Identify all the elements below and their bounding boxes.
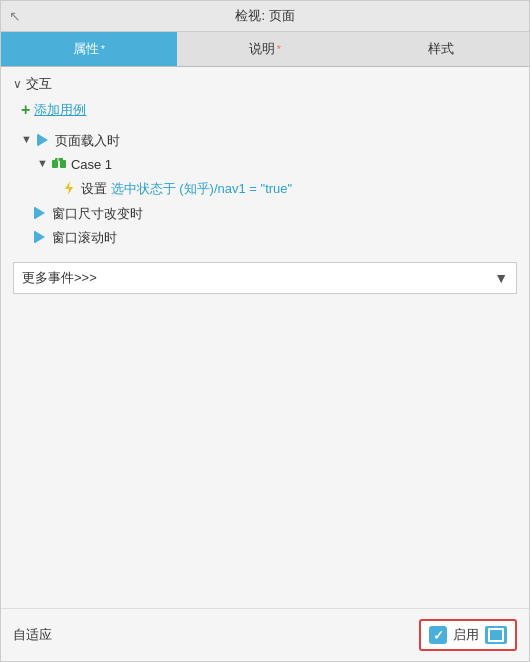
case1-chevron: ▼ <box>37 157 48 169</box>
tab-description-label: 说明 <box>249 41 275 56</box>
svg-marker-0 <box>38 134 48 146</box>
page-load-label: 页面载入时 <box>55 132 120 150</box>
tabs-bar: 属性* 说明* 样式 <box>1 32 529 67</box>
case1-label: Case 1 <box>71 156 112 174</box>
page-load-icon <box>35 132 51 148</box>
section-chevron: ∨ <box>13 77 22 91</box>
tab-description-modified: * <box>277 43 281 55</box>
tab-style[interactable]: 样式 <box>353 32 529 66</box>
window-resize-label: 窗口尺寸改变时 <box>52 205 143 223</box>
svg-marker-7 <box>35 207 45 219</box>
more-events-dropdown[interactable]: 更多事件>>> ▼ <box>13 262 517 294</box>
add-use-case-row[interactable]: + 添加用例 <box>21 101 517 119</box>
window-scroll-label: 窗口滚动时 <box>52 229 117 247</box>
action1-highlight: 选中状态于 (知乎)/nav1 = "true" <box>111 181 293 196</box>
tree-item-window-scroll[interactable]: ▶ 窗口滚动时 <box>21 226 517 250</box>
back-icon[interactable]: ↖ <box>9 8 21 24</box>
enable-text: 启用 <box>453 626 479 644</box>
tab-properties-modified: * <box>101 43 105 55</box>
svg-rect-10 <box>34 231 36 243</box>
tab-properties[interactable]: 属性* <box>1 32 177 66</box>
svg-rect-3 <box>60 160 66 168</box>
more-events-label: 更多事件>>> <box>22 269 494 287</box>
case1-icon <box>51 156 67 172</box>
header-title: 检视: 页面 <box>235 8 294 23</box>
action-bolt-icon <box>61 180 77 196</box>
enable-section: 启用 <box>419 619 517 651</box>
tree-item-case1[interactable]: ▼ Case 1 <box>37 153 517 177</box>
section-label: 交互 <box>26 75 52 93</box>
action1-prefix: 设置 <box>81 181 111 196</box>
device-icon[interactable] <box>485 626 507 644</box>
dropdown-arrow-icon: ▼ <box>494 270 508 286</box>
svg-rect-2 <box>52 160 58 168</box>
action1-label: 设置 选中状态于 (知乎)/nav1 = "true" <box>81 180 292 198</box>
svg-marker-9 <box>35 231 45 243</box>
section-interaction[interactable]: ∨ 交互 <box>13 75 517 93</box>
tree-item-action1[interactable]: 设置 选中状态于 (知乎)/nav1 = "true" <box>61 177 517 201</box>
bottom-bar: 自适应 启用 <box>1 608 529 661</box>
svg-rect-1 <box>37 134 39 146</box>
enable-checkbox[interactable] <box>429 626 447 644</box>
panel: ↖ 检视: 页面 属性* 说明* 样式 ∨ 交互 + 添加用例 ▼ <box>0 0 530 662</box>
tree-item-window-resize[interactable]: ▶ 窗口尺寸改变时 <box>21 202 517 226</box>
window-scroll-icon <box>32 229 48 245</box>
svg-rect-8 <box>34 207 36 219</box>
svg-marker-6 <box>65 181 73 195</box>
adaptive-label: 自适应 <box>13 626 52 644</box>
window-resize-icon <box>32 205 48 221</box>
add-icon: + <box>21 101 30 119</box>
header: ↖ 检视: 页面 <box>1 1 529 32</box>
content-area: ∨ 交互 + 添加用例 ▼ 页面载入时 ▼ Case 1 <box>1 67 529 608</box>
tree-item-page-load[interactable]: ▼ 页面载入时 <box>21 129 517 153</box>
add-use-case-link[interactable]: 添加用例 <box>34 101 86 119</box>
svg-rect-4 <box>55 158 63 161</box>
page-load-chevron: ▼ <box>21 133 32 145</box>
tab-description[interactable]: 说明* <box>177 32 353 66</box>
tab-properties-label: 属性 <box>73 41 99 56</box>
tab-style-label: 样式 <box>428 41 454 56</box>
